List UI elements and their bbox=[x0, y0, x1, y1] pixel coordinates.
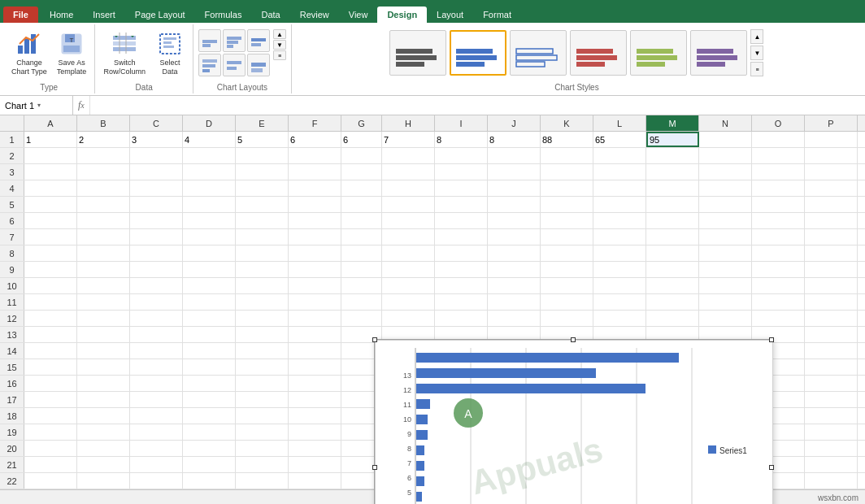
cell-m12[interactable] bbox=[646, 311, 699, 326]
cell-c15[interactable] bbox=[130, 359, 183, 375]
row-num-18[interactable]: 18 bbox=[0, 408, 24, 424]
cell-d15[interactable] bbox=[183, 359, 236, 375]
layout-scroll-more[interactable]: ≡ bbox=[273, 50, 286, 60]
layout-scroll-down[interactable]: ▼ bbox=[273, 40, 286, 50]
col-header-a[interactable]: A bbox=[24, 115, 77, 131]
cell-k6[interactable] bbox=[541, 213, 593, 228]
cell-a12[interactable] bbox=[24, 311, 77, 326]
cell-m10[interactable] bbox=[646, 278, 699, 293]
cell-b3[interactable] bbox=[77, 164, 130, 180]
cell-i1[interactable]: 8 bbox=[435, 132, 488, 147]
cell-h1[interactable]: 7 bbox=[382, 132, 435, 147]
cell-m9[interactable] bbox=[646, 262, 699, 277]
col-header-b[interactable]: B bbox=[77, 115, 130, 131]
chart-style-6[interactable] bbox=[690, 30, 747, 76]
cell-a22[interactable] bbox=[24, 473, 77, 489]
cell-d4[interactable] bbox=[183, 180, 236, 196]
cell-b10[interactable] bbox=[77, 278, 130, 293]
col-header-i[interactable]: I bbox=[435, 115, 488, 131]
cell-j9[interactable] bbox=[488, 262, 541, 277]
cell-d10[interactable] bbox=[183, 278, 236, 293]
cell-m1[interactable]: 95 bbox=[646, 132, 699, 147]
cell-h7[interactable] bbox=[382, 229, 435, 245]
cell-f14[interactable] bbox=[289, 343, 341, 358]
col-header-g[interactable]: G bbox=[341, 115, 382, 131]
chart-container[interactable]: 1 2 3 4 5 6 7 8 9 10 11 12 13 0 20 40 60… bbox=[374, 339, 772, 504]
resize-handle-tm[interactable] bbox=[571, 337, 576, 342]
cell-m2[interactable] bbox=[646, 148, 699, 163]
cell-p16[interactable] bbox=[805, 376, 858, 391]
cell-h4[interactable] bbox=[382, 180, 435, 196]
cell-d7[interactable] bbox=[183, 229, 236, 245]
cell-c22[interactable] bbox=[130, 473, 183, 489]
cell-g5[interactable] bbox=[341, 197, 382, 212]
cell-g9[interactable] bbox=[341, 262, 382, 277]
layout-item-2[interactable] bbox=[223, 29, 246, 52]
row-num-4[interactable]: 4 bbox=[0, 180, 24, 196]
cell-d2[interactable] bbox=[183, 148, 236, 163]
row-num-7[interactable]: 7 bbox=[0, 229, 24, 245]
cell-b18[interactable] bbox=[77, 408, 130, 424]
cell-j1[interactable]: 8 bbox=[488, 132, 541, 147]
cell-f3[interactable] bbox=[289, 164, 341, 180]
cell-l11[interactable] bbox=[593, 294, 646, 310]
cell-p20[interactable] bbox=[805, 441, 858, 456]
cell-n8[interactable] bbox=[699, 245, 752, 261]
cell-l1[interactable]: 65 bbox=[593, 132, 646, 147]
cell-n10[interactable] bbox=[699, 278, 752, 293]
cell-l3[interactable] bbox=[593, 164, 646, 180]
cell-m7[interactable] bbox=[646, 229, 699, 245]
cell-d21[interactable] bbox=[183, 457, 236, 472]
cell-o8[interactable] bbox=[752, 245, 805, 261]
cell-p2[interactable] bbox=[805, 148, 858, 163]
cell-b4[interactable] bbox=[77, 180, 130, 196]
change-chart-type-button[interactable]: ChangeChart Type bbox=[8, 29, 50, 78]
resize-handle-tl[interactable] bbox=[372, 337, 377, 342]
row-num-11[interactable]: 11 bbox=[0, 294, 24, 310]
cell-i8[interactable] bbox=[435, 245, 488, 261]
cell-j12[interactable] bbox=[488, 311, 541, 326]
cell-g10[interactable] bbox=[341, 278, 382, 293]
cell-k1[interactable]: 88 bbox=[541, 132, 593, 147]
cell-f18[interactable] bbox=[289, 408, 341, 424]
cell-f10[interactable] bbox=[289, 278, 341, 293]
row-num-22[interactable]: 22 bbox=[0, 473, 24, 489]
cell-p3[interactable] bbox=[805, 164, 858, 180]
cell-i3[interactable] bbox=[435, 164, 488, 180]
cell-f5[interactable] bbox=[289, 197, 341, 212]
row-num-6[interactable]: 6 bbox=[0, 213, 24, 228]
cell-f8[interactable] bbox=[289, 245, 341, 261]
cell-h12[interactable] bbox=[382, 311, 435, 326]
cell-h2[interactable] bbox=[382, 148, 435, 163]
cell-h5[interactable] bbox=[382, 197, 435, 212]
cell-f6[interactable] bbox=[289, 213, 341, 228]
cell-p9[interactable] bbox=[805, 262, 858, 277]
cell-b8[interactable] bbox=[77, 245, 130, 261]
col-header-k[interactable]: K bbox=[541, 115, 593, 131]
cell-p18[interactable] bbox=[805, 408, 858, 424]
cell-i11[interactable] bbox=[435, 294, 488, 310]
cell-d16[interactable] bbox=[183, 376, 236, 391]
cell-c1[interactable]: 3 bbox=[130, 132, 183, 147]
save-as-template-button[interactable]: T Save AsTemplate bbox=[54, 29, 90, 78]
cell-f13[interactable] bbox=[289, 327, 341, 342]
cell-a1[interactable]: 1 bbox=[24, 132, 77, 147]
cell-a16[interactable] bbox=[24, 376, 77, 391]
cell-b17[interactable] bbox=[77, 392, 130, 407]
cell-b2[interactable] bbox=[77, 148, 130, 163]
cell-g6[interactable] bbox=[341, 213, 382, 228]
row-num-9[interactable]: 9 bbox=[0, 262, 24, 277]
cell-e14[interactable] bbox=[236, 343, 289, 358]
cell-e18[interactable] bbox=[236, 408, 289, 424]
cell-c10[interactable] bbox=[130, 278, 183, 293]
cell-d14[interactable] bbox=[183, 343, 236, 358]
cell-a14[interactable] bbox=[24, 343, 77, 358]
cell-e10[interactable] bbox=[236, 278, 289, 293]
cell-c9[interactable] bbox=[130, 262, 183, 277]
cell-c20[interactable] bbox=[130, 441, 183, 456]
cell-i6[interactable] bbox=[435, 213, 488, 228]
cell-f21[interactable] bbox=[289, 457, 341, 472]
cell-d17[interactable] bbox=[183, 392, 236, 407]
cell-d11[interactable] bbox=[183, 294, 236, 310]
select-data-button[interactable]: SelectData bbox=[152, 29, 188, 78]
